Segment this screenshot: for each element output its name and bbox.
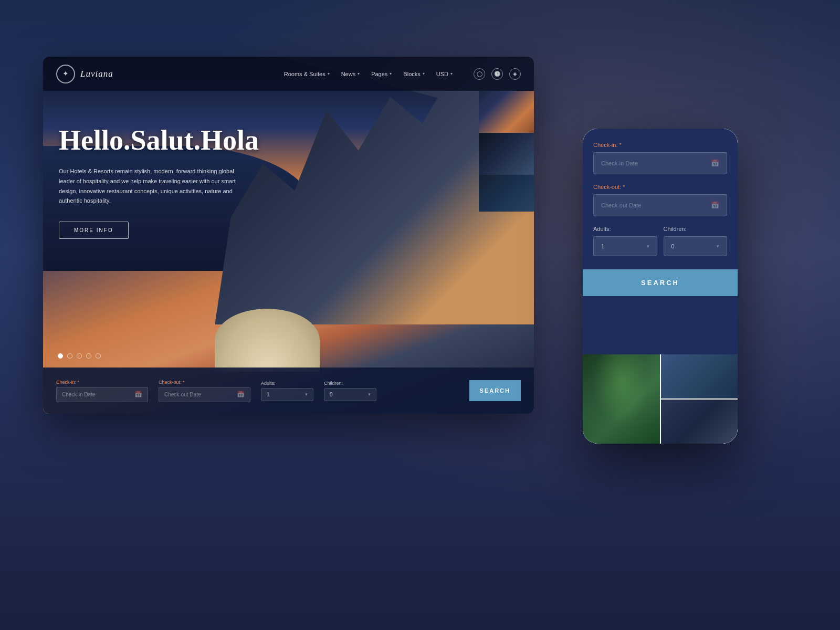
- calendar-icon: 📅: [134, 391, 142, 398]
- chevron-down-icon: ▾: [368, 392, 371, 397]
- foursquare-icon[interactable]: ◈: [509, 68, 521, 80]
- mob-children-select[interactable]: 0 ▾: [664, 236, 728, 256]
- hero-dome: [215, 309, 320, 372]
- slide-dot-1[interactable]: [58, 353, 63, 359]
- hero-thumbnails: [479, 91, 534, 212]
- nav-rooms-suites[interactable]: Rooms & Suites ▾: [284, 71, 330, 77]
- calendar-icon: 📅: [711, 201, 719, 209]
- chevron-down-icon: ▾: [390, 71, 392, 76]
- desktop-mockup: ✦ Luviana Rooms & Suites ▾ News ▾ Pages …: [43, 57, 534, 414]
- mob-guests-row: Adults: 1 ▾ Children: 0 ▾: [593, 226, 727, 256]
- checkout-label: Check-out: *: [159, 380, 250, 385]
- mob-checkout-input[interactable]: Check-out Date 📅: [593, 194, 727, 216]
- adults-label: Adults:: [261, 381, 313, 386]
- mob-checkout-label: Check-out: *: [593, 184, 727, 190]
- chevron-down-icon: ▾: [328, 71, 330, 76]
- mobile-mockup: Check-in: * Check-in Date 📅 Check-out: *…: [583, 129, 738, 444]
- checkin-input[interactable]: Check-in Date 📅: [56, 387, 148, 402]
- mob-thumbnail-1: [583, 354, 660, 444]
- logo[interactable]: ✦ Luviana: [56, 65, 113, 83]
- mob-adults-label: Adults:: [593, 226, 657, 232]
- mob-adults-value: 1: [601, 243, 604, 249]
- hero-section: ✦ Luviana Rooms & Suites ▾ News ▾ Pages …: [43, 57, 534, 414]
- mob-children-col: Children: 0 ▾: [664, 226, 728, 256]
- mob-checkout-placeholder: Check-out Date: [601, 202, 641, 208]
- checkin-field: Check-in: * Check-in Date 📅: [56, 380, 148, 402]
- hero-content: Hello.Salut.Hola Our Hotels & Resorts re…: [59, 125, 259, 239]
- slide-dot-5[interactable]: [96, 353, 101, 359]
- thumbnail-3: [479, 175, 534, 212]
- nav-social-icons: ◯ 🕒 ◈: [474, 68, 521, 80]
- children-value: 0: [330, 392, 368, 397]
- calendar-icon: 📅: [711, 159, 719, 167]
- instagram-icon[interactable]: ◯: [474, 68, 485, 80]
- nav-currency[interactable]: USD ▾: [436, 71, 453, 77]
- more-info-button[interactable]: MORE INFO: [59, 222, 129, 239]
- mob-thumbnail-2: [661, 354, 738, 398]
- logo-text: Luviana: [80, 69, 113, 79]
- chevron-down-icon: ▾: [717, 244, 719, 249]
- mobile-booking-form: Check-in: * Check-in Date 📅 Check-out: *…: [583, 129, 738, 354]
- navbar: ✦ Luviana Rooms & Suites ▾ News ▾ Pages …: [43, 57, 534, 91]
- adults-value: 1: [267, 392, 305, 397]
- mob-thumbnail-3: [661, 400, 738, 444]
- chevron-down-icon: ▾: [647, 244, 649, 249]
- search-bar: Check-in: * Check-in Date 📅 Check-out: *…: [43, 368, 534, 414]
- thumbnail-2: [479, 133, 534, 175]
- nav-blocks[interactable]: Blocks ▾: [403, 71, 424, 77]
- mob-checkin-placeholder: Check-in Date: [601, 160, 638, 166]
- logo-icon: ✦: [56, 65, 75, 83]
- mob-adults-select[interactable]: 1 ▾: [593, 236, 657, 256]
- adults-field: Adults: 1 ▾: [261, 381, 313, 401]
- nav-pages[interactable]: Pages ▾: [371, 71, 392, 77]
- mobile-inner: Check-in: * Check-in Date 📅 Check-out: *…: [583, 129, 738, 444]
- hero-subtitle: Our Hotels & Resorts remain stylish, mod…: [59, 166, 248, 206]
- slide-dots: [58, 353, 101, 359]
- calendar-icon: 📅: [237, 391, 245, 398]
- hero-title: Hello.Salut.Hola: [59, 125, 259, 156]
- thumbnail-1: [479, 91, 534, 133]
- search-button[interactable]: SEARCH: [469, 380, 521, 401]
- nav-news[interactable]: News ▾: [341, 71, 360, 77]
- checkout-placeholder: Check-out Date: [164, 392, 237, 397]
- slide-dot-4[interactable]: [86, 353, 91, 359]
- checkout-input[interactable]: Check-out Date 📅: [159, 387, 250, 402]
- mob-adults-col: Adults: 1 ▾: [593, 226, 657, 256]
- mob-children-value: 0: [671, 243, 675, 249]
- mob-children-label: Children:: [664, 226, 728, 232]
- chevron-down-icon: ▾: [450, 71, 453, 76]
- chevron-down-icon: ▾: [423, 71, 425, 76]
- children-select[interactable]: 0 ▾: [324, 388, 376, 401]
- mob-checkin-label: Check-in: *: [593, 142, 727, 148]
- checkin-placeholder: Check-in Date: [62, 392, 134, 397]
- children-field: Children: 0 ▾: [324, 381, 376, 401]
- tripadvisor-icon[interactable]: 🕒: [491, 68, 503, 80]
- checkin-label: Check-in: *: [56, 380, 148, 385]
- chevron-down-icon: ▾: [305, 392, 308, 397]
- slide-dot-2[interactable]: [67, 353, 72, 359]
- mob-search-button[interactable]: SEARCH: [583, 269, 738, 296]
- chevron-down-icon: ▾: [358, 71, 360, 76]
- children-label: Children:: [324, 381, 376, 386]
- mob-checkin-input[interactable]: Check-in Date 📅: [593, 152, 727, 174]
- adults-select[interactable]: 1 ▾: [261, 388, 313, 401]
- checkout-field: Check-out: * Check-out Date 📅: [159, 380, 250, 402]
- mobile-thumbnails: [583, 354, 738, 444]
- nav-links: Rooms & Suites ▾ News ▾ Pages ▾ Blocks ▾…: [284, 68, 521, 80]
- slide-dot-3[interactable]: [77, 353, 82, 359]
